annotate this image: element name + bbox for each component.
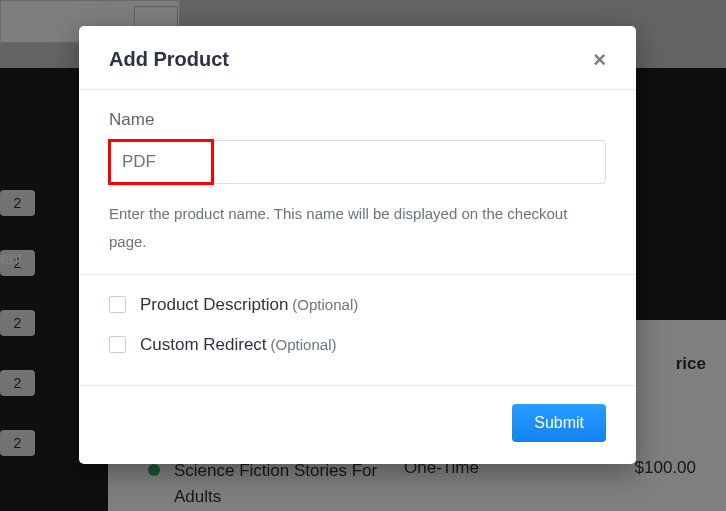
checkbox-icon[interactable] [109, 296, 126, 313]
name-label: Name [109, 110, 606, 130]
product-description-label: Product Description(Optional) [140, 295, 358, 315]
modal-title: Add Product [109, 48, 229, 71]
custom-redirect-toggle[interactable]: Custom Redirect(Optional) [109, 335, 606, 355]
add-product-modal: Add Product × Name Enter the product nam… [79, 26, 636, 464]
modal-header: Add Product × [79, 26, 636, 90]
product-description-toggle[interactable]: Product Description(Optional) [109, 295, 606, 315]
custom-redirect-label: Custom Redirect(Optional) [140, 335, 336, 355]
checkbox-icon[interactable] [109, 336, 126, 353]
name-input[interactable] [122, 152, 593, 172]
submit-button[interactable]: Submit [512, 404, 606, 442]
modal-body: Name Enter the product name. This name w… [79, 90, 636, 385]
modal-footer: Submit [79, 385, 636, 464]
close-icon[interactable]: × [593, 49, 606, 71]
name-helper-text: Enter the product name. This name will b… [109, 200, 606, 256]
section-divider [79, 274, 636, 275]
name-input-wrap[interactable] [109, 140, 606, 184]
